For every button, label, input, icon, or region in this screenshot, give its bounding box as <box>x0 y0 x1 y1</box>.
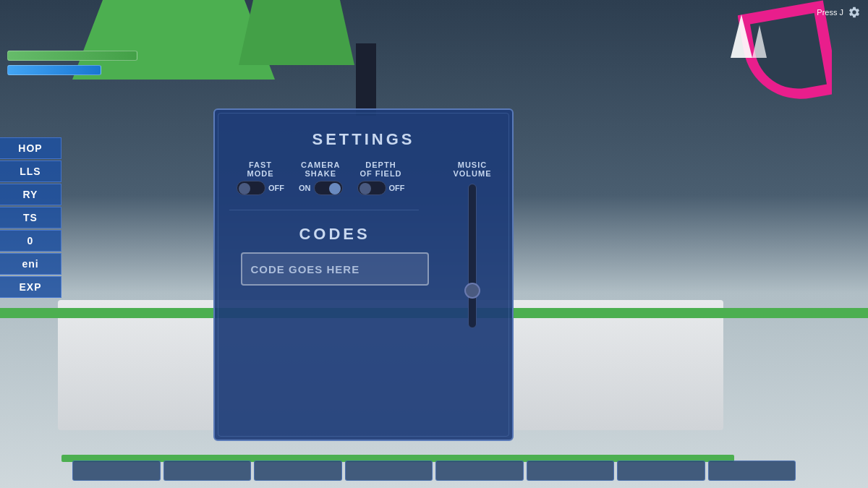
bottom-tab-4[interactable] <box>345 461 433 481</box>
tower <box>356 43 376 116</box>
press-j-label: Press J <box>817 8 843 17</box>
fast-mode-knob <box>239 183 250 194</box>
depth-of-field-knob <box>359 183 371 194</box>
fast-mode-label: FASTMODE <box>247 160 274 178</box>
depth-of-field-label: DEPTHOF FIELD <box>359 160 401 178</box>
sidebar-item-ry[interactable]: RY <box>0 184 61 205</box>
depth-of-field-setting: DEPTHOF FIELD OFF <box>357 160 405 195</box>
volume-slider-thumb[interactable] <box>464 283 480 299</box>
sidebar-item-0[interactable]: 0 <box>0 230 61 252</box>
bottom-tab-1[interactable] <box>72 461 161 481</box>
gear-icon[interactable] <box>848 6 861 19</box>
health-bar <box>7 51 137 61</box>
bottom-tab-6[interactable] <box>527 461 615 481</box>
camera-shake-toggle-row: ON <box>299 181 343 195</box>
music-volume-label: MUSICVOLUME <box>453 160 491 178</box>
bottom-tab-7[interactable] <box>617 461 705 481</box>
sidebar: HOP LLS RY TS 0 eni EXP <box>0 137 61 298</box>
camera-shake-toggle[interactable] <box>314 181 343 195</box>
camera-shake-knob <box>329 183 341 194</box>
fast-mode-toggle-row: OFF <box>237 181 284 195</box>
sidebar-item-exp[interactable]: EXP <box>0 276 61 298</box>
settings-left: FASTMODE OFF CAMERASHAKE ON <box>229 160 440 328</box>
camera-shake-on-label: ON <box>299 184 311 192</box>
bottom-tabs <box>72 461 796 481</box>
bottom-tab-5[interactable] <box>435 461 524 481</box>
energy-bar <box>7 65 101 75</box>
sidebar-item-hop[interactable]: HOP <box>0 137 61 159</box>
codes-title: CODES <box>299 225 370 244</box>
sidebar-item-ts[interactable]: TS <box>0 207 61 228</box>
bottom-tab-3[interactable] <box>254 461 342 481</box>
fast-mode-toggle[interactable] <box>237 181 265 195</box>
status-bars <box>7 51 137 75</box>
settings-right: MUSICVOLUME <box>440 160 498 328</box>
crystal-2 <box>752 25 767 58</box>
depth-of-field-toggle[interactable] <box>357 181 386 195</box>
code-input[interactable] <box>241 252 429 286</box>
settings-title: SETTINGS <box>312 130 414 149</box>
music-volume: MUSICVOLUME <box>453 160 491 328</box>
crystal-1 <box>731 14 752 58</box>
bottom-tab-2[interactable] <box>163 461 252 481</box>
divider <box>229 210 419 210</box>
top-right-hud: Press J <box>817 6 861 19</box>
toggles-row: FASTMODE OFF CAMERASHAKE ON <box>229 160 440 195</box>
codes-section: CODES <box>229 225 440 286</box>
sidebar-item-lls[interactable]: LLS <box>0 160 61 182</box>
sidebar-item-eni[interactable]: eni <box>0 253 61 275</box>
volume-slider-track[interactable] <box>468 184 477 328</box>
settings-content: FASTMODE OFF CAMERASHAKE ON <box>229 160 498 328</box>
fast-mode-state: OFF <box>268 184 284 192</box>
depth-of-field-state: OFF <box>389 184 405 192</box>
fast-mode-setting: FASTMODE OFF <box>237 160 284 195</box>
camera-shake-label: CAMERASHAKE <box>301 160 340 178</box>
depth-of-field-toggle-row: OFF <box>357 181 405 195</box>
settings-panel: SETTINGS FASTMODE OFF CAMERASHAKE <box>213 108 514 441</box>
camera-shake-setting: CAMERASHAKE ON <box>299 160 343 195</box>
bottom-tab-8[interactable] <box>708 461 796 481</box>
